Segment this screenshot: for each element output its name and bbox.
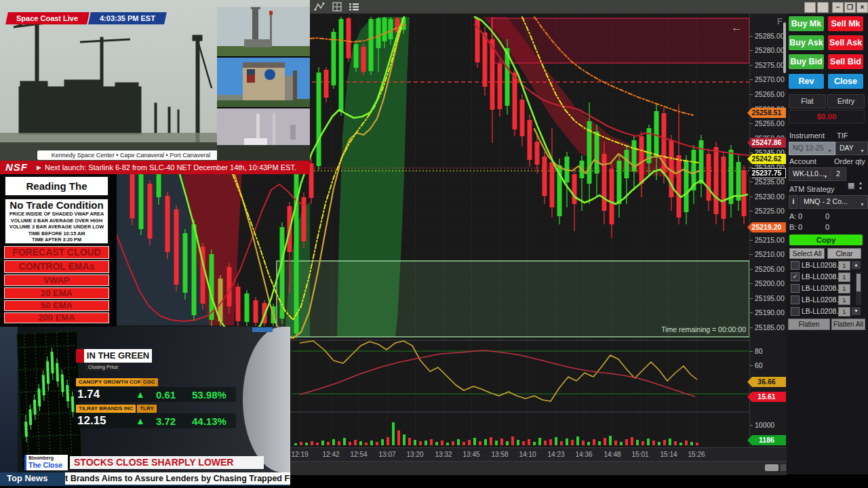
camera-thumbnails <box>217 0 310 161</box>
sell-ask-button[interactable]: Sell Ask <box>828 35 863 50</box>
time-tick-label: 14:48 <box>601 451 624 458</box>
clear-button[interactable]: Clear <box>827 248 861 259</box>
grid-tool-icon[interactable] <box>332 2 342 12</box>
copier-qty-button[interactable]: 1 <box>838 284 850 293</box>
scroll-up-icon[interactable]: ▲ <box>852 261 861 269</box>
tick-mark <box>750 283 753 284</box>
calculator-icon[interactable]: ▦ <box>848 181 856 190</box>
toolbar-button-2[interactable] <box>817 2 829 13</box>
tick-mark <box>750 36 753 37</box>
stock-price: 1.74 <box>77 388 100 401</box>
account-label: Account <box>789 157 816 165</box>
sell-market-button[interactable]: Sell Mk <box>828 16 863 31</box>
restore-icon[interactable]: ❐ <box>844 2 856 13</box>
atm-info-icon[interactable]: i <box>789 195 798 209</box>
price-tick-label: 25185.00 <box>755 323 785 331</box>
chart-scrollbar-vertical[interactable] <box>783 22 786 73</box>
no-trade-rule: TIME BEFORE 10:15 AM <box>5 230 108 237</box>
atm-a-value-1: 0 <box>798 212 802 220</box>
atm-strategy-select[interactable]: MNQ - 2 Co...▼ <box>800 195 868 209</box>
copier-qty-button[interactable]: 1 <box>838 296 850 305</box>
tick-mark <box>750 254 753 255</box>
stock-ticker-label: CGC <box>140 378 158 386</box>
forecast-legend-row: 200 EMA <box>4 312 109 323</box>
price-tick-label: 25210.00 <box>755 250 785 258</box>
price-tick-label: 25255.00 <box>755 119 785 127</box>
account-select[interactable]: WK-LL0...▼ <box>789 167 831 181</box>
quantity-field[interactable]: 2 <box>830 167 846 181</box>
forecast-title: Reading The Forecast <box>4 176 109 197</box>
copier-account-label: LB-LL0208... <box>802 284 842 292</box>
time-tick-label: 12:54 <box>347 451 370 458</box>
stock-change: 3.72 <box>156 415 176 427</box>
back-to-latest-arrow-icon[interactable]: ← <box>731 21 746 35</box>
screen: – ❐ × Time remaining = 00:00:00 ← F 2528… <box>0 0 868 488</box>
quantity-stepper[interactable]: ▲▼ <box>857 180 864 192</box>
toolbar-button-1[interactable] <box>804 2 816 13</box>
thumbnail-launch-pad <box>217 7 310 56</box>
price-badge: 36.66 <box>747 377 786 387</box>
price-tick-label: 25275.00 <box>755 61 785 69</box>
thumbnail-pad-rockets <box>217 108 310 161</box>
atm-b-label: B: <box>789 223 796 231</box>
sell-bid-button[interactable]: Sell Bid <box>828 54 863 69</box>
tick-mark <box>750 152 753 153</box>
copier-scroll-track[interactable] <box>856 272 861 305</box>
close-icon[interactable]: × <box>856 2 868 13</box>
copier-account-label: LB-LL0208... <box>802 296 842 304</box>
copier-qty-button[interactable]: 1 <box>838 272 850 282</box>
close-position-button[interactable]: Close <box>828 74 863 89</box>
copier-checkbox[interactable] <box>791 307 800 316</box>
price-tick-label: 80 <box>755 347 763 355</box>
draw-tool-icon[interactable] <box>314 2 325 12</box>
copier-qty-button[interactable]: 1 <box>838 261 850 270</box>
tick-mark <box>750 65 753 66</box>
minimize-icon[interactable]: – <box>832 2 844 13</box>
price-tick-label: 60 <box>755 361 763 369</box>
price-tick-label: 25195.00 <box>755 294 785 302</box>
up-arrow-icon: ▲ <box>136 389 145 400</box>
copier-scroll-thumb[interactable] <box>856 274 861 291</box>
time-tick-label: 14:10 <box>516 451 539 458</box>
price-badge: 25237.75 <box>747 168 786 178</box>
no-trade-title: No Trade Condition <box>5 200 108 211</box>
atm-b-value-2: 0 <box>825 223 829 231</box>
instrument-select[interactable]: NQ 12-25▼ <box>789 142 835 155</box>
price-axis[interactable]: F 25285.0025280.0025275.0025270.0025265.… <box>749 14 787 447</box>
buy-bid-button[interactable]: Buy Bid <box>789 54 824 69</box>
atm-a-label: A: <box>789 212 796 220</box>
bloomberg-show: The Close <box>28 461 62 469</box>
tif-select[interactable]: DAY▼ <box>835 142 868 155</box>
scroll-down-icon[interactable]: ▼ <box>852 307 861 315</box>
lower-third-headline: STOCKS CLOSE SHARPLY LOWER <box>70 456 264 469</box>
copy-button[interactable]: Copy <box>789 235 863 245</box>
reverse-button[interactable]: Rev <box>789 74 824 89</box>
flat-button[interactable]: Flat <box>789 94 826 108</box>
flatten-all-button[interactable]: Flatten All <box>831 319 865 330</box>
topnews-ticker: t Brands Aims to Assure Lenders by Chasi… <box>65 472 290 485</box>
tick-mark <box>750 50 753 51</box>
no-trade-rule: TIME AFTER 3:20 PM <box>5 237 108 243</box>
list-tool-icon[interactable] <box>349 2 359 12</box>
tick-mark <box>750 211 753 211</box>
copier-checkbox[interactable] <box>791 296 800 304</box>
price-tick-label: 25225.00 <box>755 207 785 215</box>
buy-market-button[interactable]: Buy Mk <box>789 16 824 31</box>
buy-ask-button[interactable]: Buy Ask <box>789 35 824 50</box>
flatten-copier-button[interactable]: Flatten Copier <box>788 319 830 330</box>
time-tick-label: 13:07 <box>376 451 399 458</box>
chart-scrollbar-horizontal[interactable] <box>765 464 778 471</box>
copier-checkbox[interactable] <box>791 261 800 270</box>
bloomberg-brand: Bloomberg <box>28 455 54 460</box>
copier-checkbox[interactable]: ✓ <box>791 272 800 281</box>
entry-button[interactable]: Entry <box>827 94 865 108</box>
copier-checkbox[interactable] <box>791 284 800 293</box>
stock-name-label: TILRAY BRANDS INC <box>76 405 136 413</box>
select-all-button[interactable]: Select All <box>789 248 825 259</box>
price-tick-label: 25200.00 <box>755 279 785 287</box>
tick-mark <box>750 182 753 182</box>
copier-qty-button[interactable]: 1 <box>838 307 850 317</box>
stock-percent: 44.13% <box>192 415 226 427</box>
time-tick-label: 12:42 <box>319 451 342 458</box>
forecast-legend-row: CONTROL EMAs <box>4 260 109 273</box>
